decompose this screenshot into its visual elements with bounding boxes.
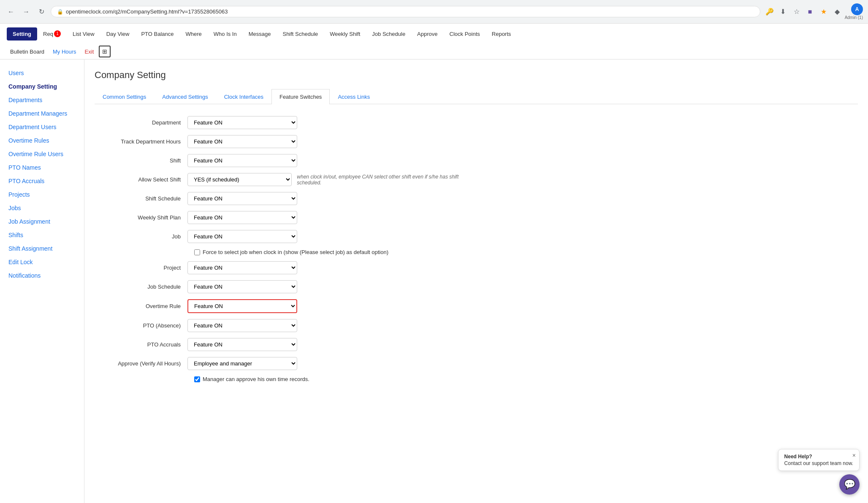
nav-ptobalance[interactable]: PTO Balance (135, 27, 179, 41)
trackdepthours-select[interactable]: Feature ON Feature OFF (187, 135, 297, 148)
page-title: Company Setting (95, 70, 858, 81)
nav-weeklyshift[interactable]: Weekly Shift (324, 27, 366, 41)
nav-approve[interactable]: Approve (411, 27, 443, 41)
nav-listview[interactable]: List View (67, 27, 100, 41)
sidebar-item-editlock[interactable]: Edit Lock (0, 255, 84, 269)
sidebar-item-companysetting[interactable]: Company Setting (0, 80, 84, 93)
sidebar-item-users[interactable]: Users (0, 66, 84, 80)
nav-whoisin[interactable]: Who Is In (208, 27, 243, 41)
overtimerule-label: Overtime Rule (95, 303, 187, 309)
key-icon[interactable]: 🔑 (764, 6, 776, 18)
help-bubble: × Need Help? Contact our support team no… (778, 449, 860, 471)
jobschedule-select[interactable]: Feature ON Feature OFF (187, 280, 297, 293)
approve-row: Approve (Verify All Hours) Employee and … (95, 357, 475, 370)
project-label: Project (95, 265, 187, 271)
main-layout: Users Company Setting Departments Depart… (0, 59, 868, 503)
nav-exit[interactable]: Exit (81, 47, 98, 57)
nav-myhours[interactable]: My Hours (49, 47, 80, 57)
forcejob-label: Force to select job when clock in (show … (203, 249, 388, 255)
sidebar-item-projects[interactable]: Projects (0, 188, 84, 201)
extension1-icon[interactable]: ■ (804, 6, 816, 18)
job-select[interactable]: Feature ON Feature OFF (187, 230, 297, 243)
reload-button[interactable]: ↻ (35, 6, 47, 18)
sidebar-item-jobs[interactable]: Jobs (0, 201, 84, 215)
shift-label: Shift (95, 157, 187, 164)
browser-icons: 🔑 ⬇ ☆ ■ ★ ◆ A Admin (1) (764, 3, 863, 20)
sidebar-item-shiftassignment[interactable]: Shift Assignment (0, 242, 84, 255)
browser-chrome: ← → ↻ 🔒 opentimeclock.com/q2/mCompanySet… (0, 0, 868, 24)
screen-toggle-icon[interactable]: ⊞ (99, 46, 111, 57)
pto-select[interactable]: Feature ON Feature OFF (187, 319, 297, 332)
nav-dayview[interactable]: Day View (100, 27, 136, 41)
pto-label: PTO (Absence) (95, 322, 187, 329)
download-icon[interactable]: ⬇ (777, 6, 789, 18)
project-row: Project Feature ON Feature OFF (95, 261, 475, 274)
nav-bottom: Bulletin Board My Hours Exit ⊞ (7, 44, 861, 59)
approve-select[interactable]: Employee and manager Manager only Employ… (187, 357, 297, 370)
nav-reports[interactable]: Reports (486, 27, 517, 41)
nav-where[interactable]: Where (180, 27, 208, 41)
forcejob-checkbox[interactable] (194, 249, 200, 255)
nav-message[interactable]: Message (243, 27, 277, 41)
sidebar-item-departmentmanagers[interactable]: Department Managers (0, 107, 84, 120)
trackdepthours-label: Track Department Hours (95, 138, 187, 145)
sidebar-item-ptonames[interactable]: PTO Names (0, 161, 84, 174)
address-bar[interactable]: 🔒 opentimeclock.com/q2/mCompanySetting.h… (51, 6, 760, 17)
tab-advanced[interactable]: Advanced Settings (154, 89, 216, 104)
project-select[interactable]: Feature ON Feature OFF (187, 261, 297, 274)
trackdepthours-row: Track Department Hours Feature ON Featur… (95, 135, 475, 148)
managerapprove-checkbox[interactable] (194, 376, 200, 382)
ptoaccruals-row: PTO Accruals Feature ON Feature OFF (95, 338, 475, 351)
allowselectshift-hint: when clock in/out, employee CAN select o… (297, 174, 475, 186)
shift-select[interactable]: Feature ON Feature OFF (187, 154, 297, 167)
help-close-icon[interactable]: × (852, 452, 856, 459)
approve-label: Approve (Verify All Hours) (95, 360, 187, 367)
department-select[interactable]: Feature ON Feature OFF (187, 116, 297, 129)
overtimerule-row: Overtime Rule Feature ON Feature OFF (95, 299, 475, 313)
department-row: Department Feature ON Feature OFF (95, 116, 475, 129)
sidebar-item-shifts[interactable]: Shifts (0, 228, 84, 242)
allowselectshift-select[interactable]: YES (if scheduled) YES (always) NO (187, 173, 292, 186)
nav-bulletinboard[interactable]: Bulletin Board (7, 47, 48, 57)
tab-clock[interactable]: Clock Interfaces (216, 89, 271, 104)
sidebar-item-departmentusers[interactable]: Department Users (0, 120, 84, 134)
sidebar-item-overtimeruleusers[interactable]: Overtime Rule Users (0, 147, 84, 161)
allowselectshift-label: Allow Select Shift (95, 176, 187, 183)
forward-button[interactable]: → (20, 6, 32, 18)
sidebar: Users Company Setting Departments Depart… (0, 59, 84, 503)
jobschedule-row: Job Schedule Feature ON Feature OFF (95, 280, 475, 293)
admin-label: Admin (1) (845, 15, 863, 20)
help-chat-icon[interactable]: 💬 (839, 474, 860, 495)
sidebar-item-jobassignment[interactable]: Job Assignment (0, 215, 84, 228)
nav-clockpoints[interactable]: Clock Points (444, 27, 486, 41)
app-navigation: Setting Req 1 List View Day View PTO Bal… (0, 24, 868, 59)
weeklyshiftplan-select[interactable]: Feature ON Feature OFF (187, 211, 297, 224)
extension3-icon[interactable]: ◆ (831, 6, 843, 18)
sidebar-item-notifications[interactable]: Notifications (0, 269, 84, 282)
nav-shiftschedule[interactable]: Shift Schedule (277, 27, 324, 41)
help-widget: × Need Help? Contact our support team no… (778, 449, 860, 495)
pto-row: PTO (Absence) Feature ON Feature OFF (95, 319, 475, 332)
overtimerule-select[interactable]: Feature ON Feature OFF (187, 299, 297, 313)
shiftschedule-select[interactable]: Feature ON Feature OFF (187, 192, 297, 205)
sidebar-item-overtimerules[interactable]: Overtime Rules (0, 134, 84, 147)
shiftschedule-row: Shift Schedule Feature ON Feature OFF (95, 192, 475, 205)
profile-avatar[interactable]: A (851, 3, 863, 15)
forcejob-row: Force to select job when clock in (show … (194, 249, 475, 255)
nav-jobschedule[interactable]: Job Schedule (366, 27, 411, 41)
sidebar-item-ptoaccruals[interactable]: PTO Accruals (0, 174, 84, 188)
back-button[interactable]: ← (5, 6, 17, 18)
tab-access[interactable]: Access Links (330, 89, 378, 104)
star-icon[interactable]: ☆ (791, 6, 803, 18)
help-title: Need Help? (784, 454, 853, 460)
tab-common[interactable]: Common Settings (95, 89, 154, 104)
shift-row: Shift Feature ON Feature OFF (95, 154, 475, 167)
sidebar-item-departments[interactable]: Departments (0, 93, 84, 107)
nav-setting[interactable]: Setting (7, 27, 37, 41)
ptoaccruals-select[interactable]: Feature ON Feature OFF (187, 338, 297, 351)
feature-switches-form: Department Feature ON Feature OFF Track … (95, 116, 475, 382)
nav-req[interactable]: Req 1 (37, 27, 67, 41)
tab-feature[interactable]: Feature Switches (271, 89, 330, 104)
extension2-icon[interactable]: ★ (818, 6, 830, 18)
req-badge: 1 (54, 30, 61, 37)
